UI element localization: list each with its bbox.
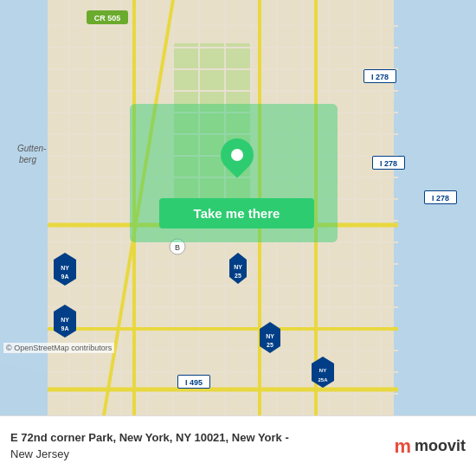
map-container: CR 505 I 278 I 278 I 278 NY 9A NY 9A NY … xyxy=(0,0,476,415)
location-info: E 72nd corner Park, New York, NY 10021, … xyxy=(10,430,394,461)
info-bar: E 72nd corner Park, New York, NY 10021, … xyxy=(0,415,476,476)
moovit-label: moovit xyxy=(415,437,466,455)
svg-text:25A: 25A xyxy=(318,377,328,383)
svg-text:9A: 9A xyxy=(61,325,69,331)
svg-text:NY: NY xyxy=(319,368,326,373)
svg-text:25: 25 xyxy=(267,342,273,348)
svg-text:NY: NY xyxy=(266,333,274,339)
svg-text:berg: berg xyxy=(19,155,36,164)
svg-text:I 278: I 278 xyxy=(371,73,389,81)
svg-text:NY: NY xyxy=(61,265,69,271)
svg-text:I 495: I 495 xyxy=(185,378,203,387)
take-me-there-button[interactable]: Take me there xyxy=(159,198,314,228)
svg-text:9A: 9A xyxy=(61,273,69,280)
map-attribution: © OpenStreetMap contributors xyxy=(3,343,114,353)
svg-text:CR 505: CR 505 xyxy=(94,14,121,23)
svg-text:Gutten-: Gutten- xyxy=(17,144,47,153)
location-line2: New Jersey xyxy=(10,447,394,462)
svg-text:B: B xyxy=(175,243,180,252)
svg-text:I 278: I 278 xyxy=(380,159,397,168)
map-pin xyxy=(221,138,254,171)
location-line1: E 72nd corner Park, New York, NY 10021, … xyxy=(10,430,394,446)
svg-text:I 278: I 278 xyxy=(432,194,449,203)
svg-text:NY: NY xyxy=(234,264,242,270)
svg-text:NY: NY xyxy=(61,317,69,323)
moovit-icon: m xyxy=(394,435,411,458)
moovit-logo: m moovit xyxy=(394,435,466,458)
svg-text:25: 25 xyxy=(235,273,241,279)
